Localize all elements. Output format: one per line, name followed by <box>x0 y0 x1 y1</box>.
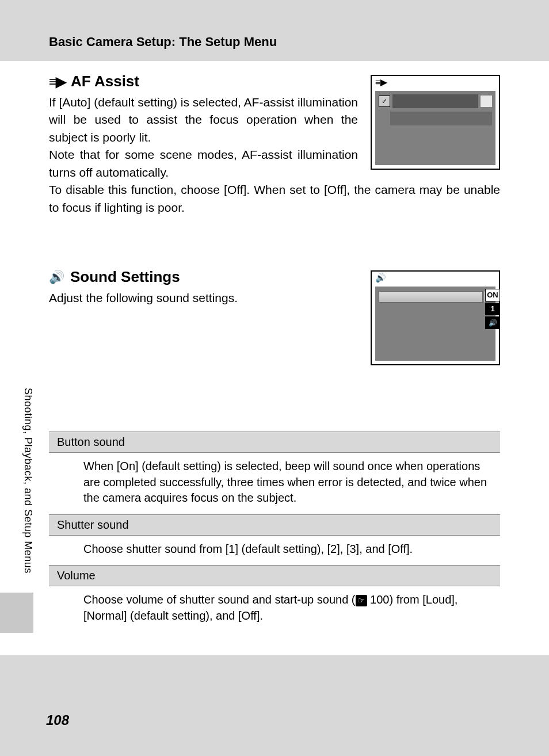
af-assist-heading-text: AF Assist <box>71 72 139 90</box>
sound-preview-row <box>379 291 483 303</box>
preview-row1: ✓ <box>379 94 492 110</box>
preview-bar1 <box>392 94 478 108</box>
page-ref-icon: ☞ <box>356 595 367 606</box>
badge-sound-icon: 🔊 <box>485 316 500 329</box>
sound-settings-intro: Adjust the following sound settings. <box>49 289 358 307</box>
af-assist-heading: ≡▶ AF Assist <box>49 72 358 90</box>
sound-preview-badges: ON 1 🔊 <box>485 289 500 329</box>
setting-shutter-sound-body: Choose shutter sound from [1] (default s… <box>49 536 500 566</box>
side-tab <box>0 593 33 633</box>
setting-button-sound-body: When [On] (default setting) is selected,… <box>49 453 500 514</box>
breadcrumb-title: Basic Camera Setup: The Setup Menu <box>49 35 549 49</box>
check-icon: ✓ <box>379 96 390 107</box>
badge-1: 1 <box>485 303 500 315</box>
af-assist-para3: To disable this function, choose [Off]. … <box>49 181 500 216</box>
badge-on: ON <box>485 289 500 301</box>
page-content: ≡▶ AF Assist If [Auto] (default setting)… <box>0 61 549 655</box>
page-header: Basic Camera Setup: The Setup Menu <box>0 0 549 61</box>
sound-settings-screen-preview: 🔊 ON 1 🔊 <box>371 270 500 365</box>
volume-ref-page: 100 <box>370 593 389 606</box>
section-af-assist: ≡▶ AF Assist If [Auto] (default setting)… <box>49 72 500 181</box>
af-assist-preview-icon: ≡▶ <box>375 77 387 87</box>
sound-settings-heading-text: Sound Settings <box>70 268 180 286</box>
af-assist-para1: If [Auto] (default setting) is selected,… <box>49 94 358 146</box>
af-assist-icon: ≡▶ <box>49 74 65 90</box>
setting-volume-body: Choose volume of shutter sound and start… <box>49 586 500 632</box>
volume-body-pre: Choose volume of shutter sound and start… <box>83 593 356 606</box>
preview-end-box <box>481 96 492 107</box>
sound-icon: 🔊 <box>49 270 64 285</box>
sound-settings-text-block: 🔊 Sound Settings Adjust the following so… <box>49 268 358 365</box>
af-assist-text-block: ≡▶ AF Assist If [Auto] (default setting)… <box>49 72 358 181</box>
sound-preview-icon: 🔊 <box>375 273 386 283</box>
page-number: 108 <box>46 712 69 728</box>
sound-settings-heading: 🔊 Sound Settings <box>49 268 358 286</box>
setting-button-sound-head: Button sound <box>49 432 500 453</box>
preview-bar2 <box>390 112 492 125</box>
sidebar-section-label: Shooting, Playback, and Setup Menus <box>22 388 34 574</box>
setting-volume-head: Volume <box>49 565 500 586</box>
af-assist-para2: Note that for some scene modes, AF-assis… <box>49 146 358 181</box>
section-sound-settings: 🔊 Sound Settings Adjust the following so… <box>49 268 500 632</box>
sound-settings-table: Button sound When [On] (default setting)… <box>49 432 500 632</box>
setting-shutter-sound-head: Shutter sound <box>49 514 500 536</box>
af-assist-screen-preview: ≡▶ ✓ <box>371 75 500 170</box>
